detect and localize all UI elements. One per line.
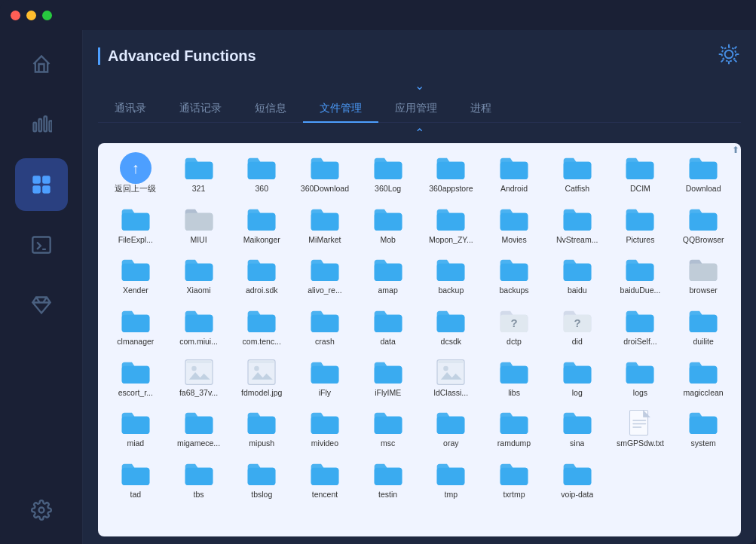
file-item[interactable]: iFlyIME bbox=[358, 355, 418, 402]
file-item[interactable]: Maikonger bbox=[231, 202, 292, 249]
file-item[interactable]: libs bbox=[484, 355, 544, 402]
sidebar-item-analytics[interactable] bbox=[15, 98, 68, 151]
sidebar-item-diamond[interactable] bbox=[15, 279, 68, 332]
file-label: iFly bbox=[319, 388, 331, 399]
file-item[interactable]: amap bbox=[358, 252, 418, 299]
file-item[interactable]: tad bbox=[106, 457, 166, 503]
tabs-arrow-up[interactable]: ⌃ bbox=[98, 126, 741, 140]
file-item[interactable]: miad bbox=[106, 405, 166, 452]
file-label: 360Log bbox=[375, 184, 401, 194]
file-item[interactable]: smGPSdw.txt bbox=[611, 405, 671, 452]
file-item[interactable]: Catfish bbox=[547, 151, 608, 197]
file-item[interactable]: log bbox=[547, 355, 608, 402]
tab-process[interactable]: 进程 bbox=[454, 96, 508, 123]
file-item[interactable]: duilite bbox=[673, 304, 733, 350]
file-item[interactable]: clmanager bbox=[106, 304, 166, 350]
file-item[interactable]: Movies bbox=[484, 202, 544, 249]
file-item[interactable]: tbs bbox=[169, 457, 229, 503]
close-button[interactable] bbox=[11, 11, 20, 20]
file-item[interactable]: system bbox=[673, 405, 733, 452]
folder-icon bbox=[561, 154, 594, 182]
file-item[interactable]: ↑返回上一级 bbox=[106, 151, 166, 197]
file-item[interactable]: backups bbox=[484, 252, 544, 299]
file-item[interactable]: MIUI bbox=[169, 202, 229, 249]
file-item[interactable]: Android bbox=[484, 151, 544, 197]
file-item[interactable]: baidu bbox=[547, 252, 608, 299]
sidebar-item-settings[interactable] bbox=[15, 484, 68, 536]
sidebar-item-grid[interactable] bbox=[15, 158, 68, 211]
gear-button[interactable] bbox=[717, 42, 741, 69]
file-item[interactable]: 360 bbox=[231, 151, 292, 197]
folder-icon bbox=[561, 408, 594, 437]
file-label: duilite bbox=[693, 337, 713, 347]
file-item[interactable]: MiMarket bbox=[295, 202, 355, 249]
file-item[interactable]: oray bbox=[421, 405, 481, 452]
file-item[interactable]: adroi.sdk bbox=[231, 252, 292, 299]
file-item[interactable]: DCIM bbox=[611, 151, 671, 197]
file-item[interactable]: voip-data bbox=[547, 457, 608, 503]
file-item[interactable]: tencent bbox=[295, 457, 355, 503]
file-item[interactable]: txrtmp bbox=[484, 457, 544, 503]
sidebar-item-home[interactable] bbox=[15, 38, 68, 90]
file-label: 360appstore bbox=[429, 184, 473, 194]
tabs-arrow-down[interactable]: ⌄ bbox=[98, 78, 741, 93]
file-item[interactable]: Mob bbox=[358, 202, 418, 249]
minimize-button[interactable] bbox=[26, 11, 36, 20]
file-item[interactable]: ? did bbox=[547, 304, 608, 350]
txt-icon bbox=[623, 408, 657, 437]
file-label: miad bbox=[127, 439, 144, 449]
file-item[interactable]: com.tenc... bbox=[231, 304, 292, 350]
file-item[interactable]: FileExpl... bbox=[106, 202, 166, 249]
file-item[interactable]: Xender bbox=[106, 252, 166, 299]
maximize-button[interactable] bbox=[42, 11, 52, 20]
file-item[interactable]: fa68_37v... bbox=[169, 355, 229, 402]
file-item[interactable]: com.miui... bbox=[169, 304, 229, 350]
file-item[interactable]: ramdump bbox=[484, 405, 544, 452]
tab-contacts[interactable]: 通讯录 bbox=[98, 96, 163, 123]
file-item[interactable]: Xiaomi bbox=[169, 252, 229, 299]
folder-icon bbox=[372, 408, 405, 437]
file-item[interactable]: baiduDue... bbox=[611, 252, 671, 299]
file-item[interactable]: alivo_re... bbox=[295, 252, 355, 299]
tab-file-manager[interactable]: 文件管理 bbox=[303, 96, 378, 123]
file-item[interactable]: tmp bbox=[421, 457, 481, 503]
file-item[interactable]: iFly bbox=[295, 355, 355, 402]
file-item[interactable]: Mopon_ZY... bbox=[421, 202, 481, 249]
folder-question-icon: ? bbox=[561, 307, 594, 335]
tab-call-records[interactable]: 通话记录 bbox=[163, 96, 238, 123]
file-item[interactable]: 360appstore bbox=[421, 151, 481, 197]
file-item[interactable]: ? dctp bbox=[484, 304, 544, 350]
tab-app-manager[interactable]: 应用管理 bbox=[378, 96, 454, 123]
file-item[interactable]: Download bbox=[673, 151, 733, 197]
file-label: testin bbox=[378, 490, 397, 500]
file-label: logs bbox=[633, 388, 647, 399]
svg-rect-5 bbox=[42, 176, 50, 184]
file-item[interactable]: data bbox=[358, 304, 418, 350]
file-item[interactable]: testin bbox=[358, 457, 418, 503]
file-item[interactable]: NvStream... bbox=[547, 202, 608, 249]
file-item[interactable]: droiSelf... bbox=[611, 304, 671, 350]
file-item[interactable]: migamece... bbox=[169, 405, 229, 452]
file-item[interactable]: magicclean bbox=[673, 355, 733, 402]
file-item[interactable]: QQBrowser bbox=[673, 202, 733, 249]
file-item[interactable]: Pictures bbox=[611, 202, 671, 249]
file-item[interactable]: tbslog bbox=[231, 457, 292, 503]
file-item[interactable]: browser bbox=[673, 252, 733, 299]
tab-sms[interactable]: 短信息 bbox=[238, 96, 303, 123]
file-item[interactable]: 360Log bbox=[358, 151, 418, 197]
file-item[interactable]: dcsdk bbox=[421, 304, 481, 350]
file-item[interactable]: sina bbox=[547, 405, 608, 452]
file-item[interactable]: msc bbox=[358, 405, 418, 452]
file-item[interactable]: backup bbox=[421, 252, 481, 299]
file-item[interactable]: 321 bbox=[169, 151, 229, 197]
file-item[interactable]: mivideo bbox=[295, 405, 355, 452]
file-item[interactable]: escort_r... bbox=[106, 355, 166, 402]
file-item[interactable]: fdmodel.jpg bbox=[231, 355, 292, 402]
sidebar-item-terminal[interactable] bbox=[15, 219, 68, 271]
file-item[interactable]: 360Download bbox=[295, 151, 355, 197]
file-item[interactable]: ldClassi... bbox=[421, 355, 481, 402]
file-grid-container[interactable]: ⬆ ↑返回上一级 321 360 360Download 360Log 360a… bbox=[98, 143, 741, 536]
file-item[interactable]: crash bbox=[295, 304, 355, 350]
file-item[interactable]: mipush bbox=[231, 405, 292, 452]
file-item[interactable]: logs bbox=[611, 355, 671, 402]
